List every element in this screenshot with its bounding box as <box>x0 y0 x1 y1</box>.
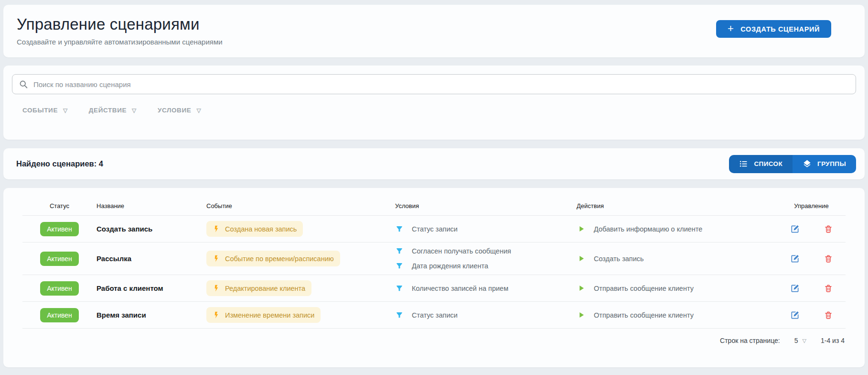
edit-icon <box>790 310 800 320</box>
lightning-icon <box>213 254 221 263</box>
actions-cell: Отправить сообщение клиенту <box>577 284 777 293</box>
condition-item: Согласен получать сообщения <box>395 247 577 255</box>
filter-dropdown-condition[interactable]: УСЛОВИЕ ▽ <box>158 107 201 114</box>
play-icon <box>577 284 586 293</box>
status-badge: Активен <box>40 308 79 322</box>
manage-cell <box>777 283 846 294</box>
edit-button[interactable] <box>789 309 801 321</box>
delete-button[interactable] <box>823 223 834 235</box>
filter-funnel-icon <box>395 262 404 270</box>
play-icon <box>577 310 586 320</box>
page-header-text: Управление сценариями Создавайте и управ… <box>17 15 223 46</box>
scenario-name: Рассылка <box>96 254 131 263</box>
condition-label: Статус записи <box>412 311 458 319</box>
filter-dropdowns: СОБЫТИЕ ▽ ДЕЙСТВИЕ ▽ УСЛОВИЕ ▽ <box>22 107 856 114</box>
delete-button[interactable] <box>823 309 834 321</box>
actions-cell: Создать запись <box>577 254 777 263</box>
condition-item: Дата рождения клиента <box>395 262 577 270</box>
event-chip: Создана новая запись <box>206 221 303 237</box>
condition-item: Количество записей на прием <box>395 284 577 293</box>
condition-label: Дата рождения клиента <box>412 262 488 270</box>
delete-button[interactable] <box>823 253 834 265</box>
event-cell: Создана новая запись <box>206 221 395 237</box>
search-input[interactable] <box>33 80 849 88</box>
delete-button[interactable] <box>823 283 834 294</box>
condition-label: Количество записей на прием <box>412 285 508 292</box>
status-badge: Активен <box>40 252 79 266</box>
event-cell: Редактирование клиента <box>206 280 395 296</box>
manage-cell <box>777 253 846 265</box>
conditions-cell: Количество записей на прием <box>395 284 577 293</box>
page-title: Управление сценариями <box>17 15 223 33</box>
plus-icon: + <box>728 23 734 34</box>
edit-button[interactable] <box>789 283 801 294</box>
action-item: Добавить информацию о клиенте <box>577 224 777 233</box>
search-box <box>12 74 856 94</box>
view-toggle-groups[interactable]: ГРУППЫ <box>793 155 856 173</box>
trash-icon <box>824 224 833 234</box>
column-header-manage: Управление <box>777 202 846 210</box>
filter-dropdown-event[interactable]: СОБЫТИЕ ▽ <box>22 107 68 114</box>
action-item: Создать запись <box>577 254 777 263</box>
table-row: Активен Создать запись Создана новая зап… <box>22 216 846 243</box>
column-header-conditions: Условия <box>395 202 577 210</box>
actions-cell: Добавить информацию о клиенте <box>577 224 777 233</box>
manage-cell <box>777 223 846 235</box>
view-toggle-list[interactable]: СПИСОК <box>729 155 793 173</box>
edit-icon <box>790 224 800 234</box>
create-scenario-button[interactable]: + СОЗДАТЬ СЦЕНАРИЙ <box>716 20 831 38</box>
view-toggle-groups-label: ГРУППЫ <box>817 160 846 167</box>
action-item: Отправить сообщение клиенту <box>577 284 777 293</box>
condition-item: Статус записи <box>395 225 577 233</box>
filter-dropdown-event-label: СОБЫТИЕ <box>22 107 58 114</box>
column-header-actions: Действия <box>577 202 777 210</box>
trash-icon <box>824 284 833 293</box>
column-header-name: Название <box>96 202 206 210</box>
edit-button[interactable] <box>789 253 801 265</box>
play-icon <box>577 224 586 233</box>
pagination-range-label: 1-4 из 4 <box>821 337 845 344</box>
table-header-row: Статус Название Событие Условия Действия… <box>22 202 846 216</box>
pagination: Строк на странице: 5 ▽ 1-4 из 4 <box>22 329 846 344</box>
action-label: Отправить сообщение клиенту <box>594 311 694 319</box>
found-count-label: Найдено сценариев: 4 <box>16 159 103 168</box>
table-row: Активен Рассылка Событие по времени/расп… <box>22 243 846 275</box>
action-label: Отправить сообщение клиенту <box>594 285 694 292</box>
page-subtitle: Создавайте и управляйте автоматизированн… <box>17 38 223 46</box>
results-bar: Найдено сценариев: 4 СПИСОК ГРУППЫ <box>3 148 865 179</box>
event-chip-label: Изменение времени записи <box>225 311 314 319</box>
status-badge: Активен <box>40 222 79 236</box>
table-row: Активен Работа с клиентом Редактирование… <box>22 275 846 302</box>
edit-button[interactable] <box>789 223 801 235</box>
status-cell: Активен <box>22 222 96 236</box>
name-cell: Создать запись <box>96 225 206 233</box>
status-cell: Активен <box>22 252 96 266</box>
status-cell: Активен <box>22 281 96 296</box>
filter-funnel-icon <box>395 284 404 293</box>
scenario-name: Работа с клиентом <box>96 284 163 292</box>
layers-icon <box>803 159 812 168</box>
edit-icon <box>790 284 800 293</box>
column-header-status: Статус <box>22 202 96 210</box>
name-cell: Работа с клиентом <box>96 284 206 293</box>
action-label: Создать запись <box>594 255 644 263</box>
event-chip: Редактирование клиента <box>206 280 311 296</box>
filter-funnel-icon <box>395 247 404 255</box>
play-icon <box>577 254 586 263</box>
lightning-icon <box>213 311 221 319</box>
create-scenario-label: СОЗДАТЬ СЦЕНАРИЙ <box>740 25 820 33</box>
event-chip-label: Создана новая запись <box>225 225 297 233</box>
view-toggle: СПИСОК ГРУППЫ <box>729 155 856 173</box>
column-header-event: Событие <box>206 202 395 210</box>
rows-per-page-select[interactable]: 5 ▽ <box>794 337 806 344</box>
filter-dropdown-action[interactable]: ДЕЙСТВИЕ ▽ <box>89 107 137 114</box>
lightning-icon <box>213 284 221 292</box>
event-chip-label: Событие по времени/расписанию <box>225 255 334 263</box>
trash-icon <box>824 310 833 320</box>
table-row: Активен Время записи Изменение времени з… <box>22 302 846 329</box>
scenario-name: Время записи <box>96 311 146 319</box>
page-header: Управление сценариями Создавайте и управ… <box>3 5 865 57</box>
condition-item: Статус записи <box>395 311 577 320</box>
chevron-down-icon: ▽ <box>132 107 137 114</box>
status-badge: Активен <box>40 281 79 296</box>
